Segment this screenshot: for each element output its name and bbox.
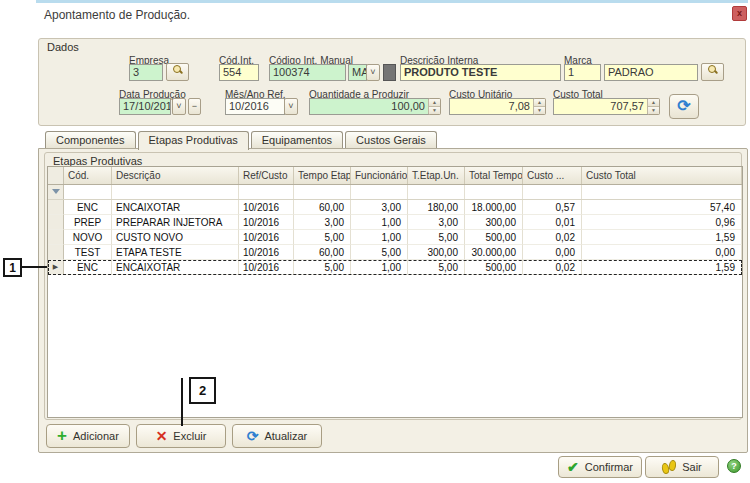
refresh-icon: ⟳ xyxy=(247,428,259,444)
tab-bar: Componentes Etapas Produtivas Equipament… xyxy=(45,131,437,149)
spin-down-icon[interactable]: ▼ xyxy=(648,106,659,114)
cell-total-tempo: 300,00 xyxy=(465,215,523,230)
custo-unitario-field[interactable]: 7,08 xyxy=(449,98,534,115)
cell-cod: NOVO xyxy=(64,230,112,245)
color-swatch xyxy=(383,64,396,81)
custo-unitario-spinner[interactable]: ▲ ▼ xyxy=(533,98,546,115)
col-header-funcionario[interactable]: Funcionário xyxy=(351,167,408,184)
cell-custo: 0,01 xyxy=(523,215,582,230)
dados-caption: Dados xyxy=(47,41,79,53)
descricao-interna-field[interactable]: PRODUTO TESTE xyxy=(400,64,561,81)
tab-componentes[interactable]: Componentes xyxy=(45,131,136,149)
ma-combo-dropdown[interactable]: ˅ xyxy=(366,64,380,81)
spin-up-icon[interactable]: ▲ xyxy=(429,99,440,106)
col-header-tempo-etapa[interactable]: Tempo Etapa xyxy=(294,167,351,184)
close-icon[interactable]: x xyxy=(732,6,747,21)
refresh-icon: ⟳ xyxy=(677,97,690,114)
spin-down-icon[interactable]: ▼ xyxy=(429,106,440,114)
table-row[interactable]: TEST ETAPA TESTE 10/2016 60,00 5,00 300,… xyxy=(48,245,742,260)
adicionar-button[interactable]: + Adicionar xyxy=(46,424,130,448)
table-row[interactable]: ENC ENCAIXOTAR 10/2016 60,00 3,00 180,00… xyxy=(48,200,742,215)
col-header-custo-total[interactable]: Custo Total xyxy=(582,167,742,184)
cell-t-etap: 5,00 xyxy=(408,230,465,245)
cell-custo: 0,57 xyxy=(523,200,582,215)
mes-ano-dropdown[interactable]: ˅ xyxy=(284,98,298,115)
spin-down-icon[interactable]: ▼ xyxy=(534,106,545,114)
confirmar-button[interactable]: ✔ Confirmar xyxy=(558,456,642,478)
date-clear-button[interactable]: − xyxy=(188,98,201,115)
filter-cell[interactable] xyxy=(64,185,112,199)
annotation-box-1: 1 xyxy=(3,258,22,277)
cell-t-etap: 5,00 xyxy=(408,260,465,275)
mes-ano-ref-field[interactable]: 10/2016 xyxy=(225,98,285,115)
page-title: Apontamento de Produção. xyxy=(44,8,190,22)
cell-tempo: 5,00 xyxy=(294,230,351,245)
custo-total-field[interactable]: 707,57 xyxy=(553,98,648,115)
recalcular-button[interactable]: ⟳ xyxy=(669,94,699,119)
col-header-descricao[interactable]: Descrição xyxy=(112,167,239,184)
atualizar-button[interactable]: ⟳ Atualizar xyxy=(232,424,322,448)
header-indicator-cell xyxy=(48,167,64,184)
minus-icon: − xyxy=(192,101,197,111)
filter-icon[interactable] xyxy=(48,185,64,199)
confirmar-label: Confirmar xyxy=(585,461,633,473)
cell-total-tempo: 500,00 xyxy=(465,230,523,245)
cell-descricao: ENCAIXOTAR xyxy=(112,260,239,275)
quantidade-field[interactable]: 100,00 xyxy=(309,98,429,115)
table-row[interactable]: NOVO CUSTO NOVO 10/2016 5,00 1,00 5,00 5… xyxy=(48,230,742,245)
filter-cell[interactable] xyxy=(351,185,408,199)
quantidade-spinner[interactable]: ▲ ▼ xyxy=(428,98,441,115)
codigo-int-manual-field[interactable]: 100374 xyxy=(269,64,346,81)
filter-cell[interactable] xyxy=(239,185,294,199)
row-indicator xyxy=(48,245,64,260)
col-header-cod[interactable]: Cód. xyxy=(64,167,112,184)
filter-cell[interactable] xyxy=(408,185,465,199)
marca-nome-field[interactable]: PADRAO xyxy=(604,64,698,81)
sair-button[interactable]: Sair xyxy=(645,456,719,478)
spin-up-icon[interactable]: ▲ xyxy=(648,99,659,106)
tab-custos-gerais[interactable]: Custos Gerais xyxy=(345,131,437,149)
marca-field[interactable]: 1 xyxy=(564,64,601,81)
filter-cell[interactable] xyxy=(523,185,582,199)
col-header-t-etap-un[interactable]: T.Etap.Un. xyxy=(408,167,465,184)
table-row-selected[interactable]: ▶ ENC ENCAIXOTAR 10/2016 5,00 1,00 5,00 … xyxy=(48,260,742,275)
cell-custo-total: 57,40 xyxy=(582,200,742,215)
cell-t-etap: 300,00 xyxy=(408,245,465,260)
data-producao-field[interactable]: 17/10/2016 xyxy=(119,98,171,115)
check-icon: ✔ xyxy=(567,459,579,475)
filter-cell[interactable] xyxy=(465,185,523,199)
col-header-total-tempo[interactable]: Total Tempo xyxy=(465,167,523,184)
cell-funcionario: 1,00 xyxy=(351,215,408,230)
filter-cell[interactable] xyxy=(112,185,239,199)
col-header-ref-custo[interactable]: Ref/Custo xyxy=(239,167,294,184)
atualizar-label: Atualizar xyxy=(264,430,307,442)
etapas-grid: Cód. Descrição Ref/Custo Tempo Etapa Fun… xyxy=(47,166,743,418)
tab-etapas-produtivas[interactable]: Etapas Produtivas xyxy=(138,131,249,150)
cell-tempo: 3,00 xyxy=(294,215,351,230)
empresa-search-button[interactable] xyxy=(166,63,189,81)
ma-combo-field[interactable]: MA xyxy=(348,64,367,81)
spin-up-icon[interactable]: ▲ xyxy=(534,99,545,106)
window-top-strip xyxy=(36,0,748,3)
cod-int-field[interactable]: 554 xyxy=(219,64,259,81)
cell-custo: 0,02 xyxy=(523,230,582,245)
grid-filter-row[interactable] xyxy=(48,185,742,200)
help-icon[interactable]: ? xyxy=(727,459,741,473)
date-dropdown[interactable]: ˅ xyxy=(172,98,186,115)
cell-cod: PREP xyxy=(64,215,112,230)
empresa-field[interactable]: 3 xyxy=(129,64,163,81)
delete-icon: ✕ xyxy=(156,428,168,444)
chevron-down-icon: ˅ xyxy=(176,101,181,111)
annotation-line-2 xyxy=(181,378,183,426)
marca-search-button[interactable] xyxy=(701,63,724,81)
table-row[interactable]: PREP PREPARAR INJETORA 10/2016 3,00 1,00… xyxy=(48,215,742,230)
row-indicator xyxy=(48,200,64,215)
cell-cod: TEST xyxy=(64,245,112,260)
col-header-custo[interactable]: Custo ... xyxy=(523,167,582,184)
filter-cell[interactable] xyxy=(294,185,351,199)
cell-custo: 0,02 xyxy=(523,260,582,275)
filter-cell[interactable] xyxy=(582,185,742,199)
custo-total-spinner[interactable]: ▲ ▼ xyxy=(647,98,660,115)
tab-equipamentos[interactable]: Equipamentos xyxy=(251,131,343,149)
excluir-button[interactable]: ✕ Excluir xyxy=(136,424,226,448)
